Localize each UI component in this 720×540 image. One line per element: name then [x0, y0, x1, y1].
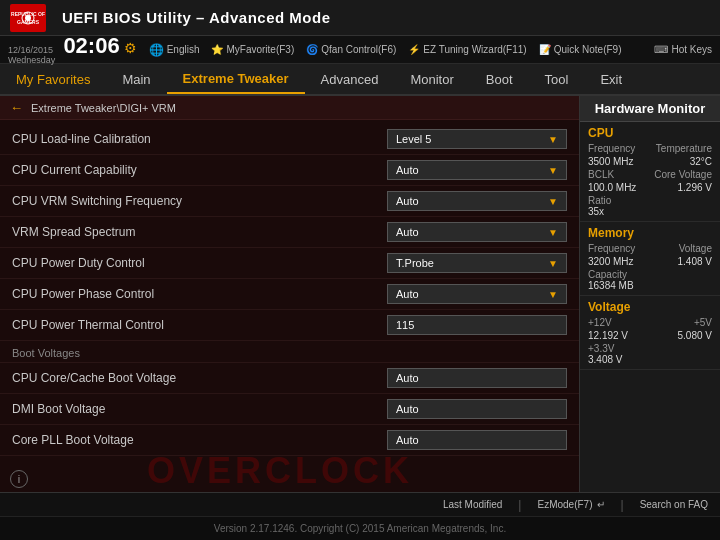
gear-icon[interactable]: ⚙: [124, 40, 137, 56]
boot-voltages-section: Boot Voltages: [0, 341, 579, 363]
cpu-load-line-select[interactable]: Level 5 ▼: [387, 129, 567, 149]
hw-mem-freq-values: 3200 MHz 1.408 V: [588, 256, 712, 267]
footer-bar: Last Modified | EzMode(F7) ↵ | Search on…: [0, 492, 720, 516]
ezmode-icon: ↵: [597, 499, 605, 510]
hw-cpu-section: CPU Frequency Temperature 3500 MHz 32°C …: [580, 122, 720, 222]
hotkeys-button[interactable]: ⌨ Hot Keys: [654, 44, 712, 55]
hw-cpu-bclk-row: BCLK Core Voltage: [588, 169, 712, 180]
hw-cpu-freq-values: 3500 MHz 32°C: [588, 156, 712, 167]
info-bar: 12/16/2015 Wednesday 02:06 ⚙ 🌐 English ⭐…: [0, 36, 720, 64]
bios-title: UEFI BIOS Utility – Advanced Mode: [62, 9, 330, 26]
vrm-spread-select[interactable]: Auto ▼: [387, 222, 567, 242]
footer-divider-2: |: [621, 498, 624, 512]
hw-cpu-freq-row: Frequency Temperature: [588, 143, 712, 154]
setting-row-vrm-spread[interactable]: VRM Spread Spectrum Auto ▼: [0, 217, 579, 248]
language-selector[interactable]: 🌐 English: [149, 43, 200, 57]
main-layout: ← Extreme Tweaker\DIGI+ VRM CPU Load-lin…: [0, 96, 720, 492]
setting-row-power-phase[interactable]: CPU Power Phase Control Auto ▼: [0, 279, 579, 310]
setting-row-power-duty[interactable]: CPU Power Duty Control T.Probe ▼: [0, 248, 579, 279]
hw-volt-12-values: 12.192 V 5.080 V: [588, 330, 712, 341]
rog-logo: REPUBLIC OF GAMERS: [10, 4, 46, 32]
wizard-icon: ⚡: [408, 44, 420, 55]
hw-voltage-section: Voltage +12V +5V 12.192 V 5.080 V +3.3V …: [580, 296, 720, 370]
hw-volt-12-row: +12V +5V: [588, 317, 712, 328]
svg-point-4: [25, 15, 31, 21]
bottom-bar: Version 2.17.1246. Copyright (C) 2015 Am…: [0, 516, 720, 540]
eztuning-button[interactable]: ⚡ EZ Tuning Wizard(F11): [408, 44, 526, 55]
fan-icon: 🌀: [306, 44, 318, 55]
setting-row-dmi-boot[interactable]: DMI Boot Voltage Auto: [0, 394, 579, 425]
hardware-monitor-title: Hardware Monitor: [580, 96, 720, 122]
nav-item-boot[interactable]: Boot: [470, 64, 529, 94]
hardware-monitor-panel: Hardware Monitor CPU Frequency Temperatu…: [580, 96, 720, 492]
nav-bar: My Favorites Main Extreme Tweaker Advanc…: [0, 64, 720, 96]
settings-list: CPU Load-line Calibration Level 5 ▼ CPU …: [0, 120, 579, 460]
nav-item-tool[interactable]: Tool: [529, 64, 585, 94]
breadcrumb: ← Extreme Tweaker\DIGI+ VRM: [0, 96, 579, 120]
dropdown-arrow-icon: ▼: [548, 258, 558, 269]
quicknote-button[interactable]: 📝 Quick Note(F9): [539, 44, 622, 55]
left-panel: ← Extreme Tweaker\DIGI+ VRM CPU Load-lin…: [0, 96, 580, 492]
dropdown-arrow-icon: ▼: [548, 227, 558, 238]
power-phase-select[interactable]: Auto ▼: [387, 284, 567, 304]
star-icon: ⭐: [211, 44, 223, 55]
hw-cpu-bclk-values: 100.0 MHz 1.296 V: [588, 182, 712, 193]
last-modified-label: Last Modified: [443, 499, 502, 510]
cpu-current-select[interactable]: Auto ▼: [387, 160, 567, 180]
header-bar: REPUBLIC OF GAMERS UEFI BIOS Utility – A…: [0, 0, 720, 36]
keyboard-icon: ⌨: [654, 44, 668, 55]
dmi-boot-input[interactable]: Auto: [387, 399, 567, 419]
setting-row-core-cache-boot[interactable]: CPU Core/Cache Boot Voltage Auto: [0, 363, 579, 394]
dropdown-arrow-icon: ▼: [548, 134, 558, 145]
dropdown-arrow-icon: ▼: [548, 289, 558, 300]
hw-mem-freq-row: Frequency Voltage: [588, 243, 712, 254]
nav-item-monitor[interactable]: Monitor: [394, 64, 469, 94]
hw-memory-section: Memory Frequency Voltage 3200 MHz 1.408 …: [580, 222, 720, 296]
setting-row-cpu-current[interactable]: CPU Current Capability Auto ▼: [0, 155, 579, 186]
nav-item-main[interactable]: Main: [106, 64, 166, 94]
dropdown-arrow-icon: ▼: [548, 165, 558, 176]
myfavorite-button[interactable]: ⭐ MyFavorite(F3): [211, 44, 294, 55]
nav-item-extreme-tweaker[interactable]: Extreme Tweaker: [167, 64, 305, 94]
back-arrow-icon[interactable]: ←: [10, 100, 23, 115]
nav-item-my-favorites[interactable]: My Favorites: [0, 64, 106, 94]
core-cache-boot-input[interactable]: Auto: [387, 368, 567, 388]
date-display: 12/16/2015 Wednesday: [8, 45, 55, 65]
power-duty-select[interactable]: T.Probe ▼: [387, 253, 567, 273]
globe-icon: 🌐: [149, 43, 164, 57]
info-button[interactable]: i: [10, 470, 28, 488]
time-display: 02:06: [63, 35, 119, 57]
note-icon: 📝: [539, 44, 551, 55]
setting-row-core-pll-boot[interactable]: Core PLL Boot Voltage Auto: [0, 425, 579, 456]
qfan-button[interactable]: 🌀 Qfan Control(F6): [306, 44, 396, 55]
ezmode-button[interactable]: EzMode(F7) ↵: [537, 499, 604, 510]
setting-row-power-thermal[interactable]: CPU Power Thermal Control 115: [0, 310, 579, 341]
setting-row-cpu-load-line[interactable]: CPU Load-line Calibration Level 5 ▼: [0, 124, 579, 155]
nav-item-exit[interactable]: Exit: [584, 64, 638, 94]
power-thermal-input[interactable]: 115: [387, 315, 567, 335]
nav-item-advanced[interactable]: Advanced: [305, 64, 395, 94]
search-faq-button[interactable]: Search on FAQ: [640, 499, 708, 510]
footer-divider-1: |: [518, 498, 521, 512]
vrm-freq-select[interactable]: Auto ▼: [387, 191, 567, 211]
setting-row-vrm-freq[interactable]: CPU VRM Switching Frequency Auto ▼: [0, 186, 579, 217]
dropdown-arrow-icon: ▼: [548, 196, 558, 207]
core-pll-boot-input[interactable]: Auto: [387, 430, 567, 450]
